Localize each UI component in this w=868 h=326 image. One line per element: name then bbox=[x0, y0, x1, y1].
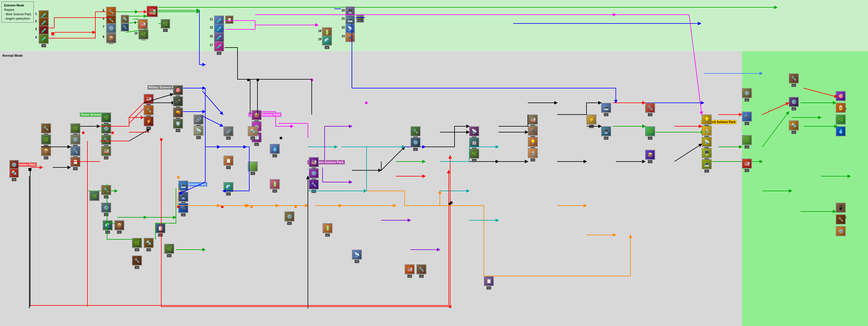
item-21-icon: 💻 bbox=[345, 15, 355, 24]
item-17-icon: 🧪 bbox=[214, 42, 224, 51]
lower-right-c: 📡 co bbox=[352, 250, 362, 263]
lower-right-c-icon: 📡 bbox=[352, 250, 362, 260]
red-sp-item2: 🔩 co bbox=[9, 168, 19, 181]
flow-item-g1-count: co bbox=[272, 154, 277, 157]
extreme-mode-require: Require bbox=[4, 8, 31, 12]
rightmost-item2: ⚙️ co bbox=[789, 97, 799, 110]
flow-item-c3: ⚡ co bbox=[144, 116, 154, 130]
htsp-item3-icon: 📡 bbox=[702, 137, 712, 147]
lower-right-a-count: co bbox=[287, 222, 292, 225]
right-item-b3-icon: 🌿 bbox=[469, 148, 479, 159]
right-item-a2-icon: ⚙️ bbox=[410, 137, 421, 147]
right-item-a2-count: co bbox=[413, 148, 418, 151]
conn-sq-black-mid bbox=[449, 202, 451, 205]
lower-right-d2: 🔧 co bbox=[416, 264, 426, 278]
right-item-e1-count: co bbox=[648, 113, 652, 116]
main-item-b2-icon: ⚙️ bbox=[70, 135, 80, 144]
lsp-item1-icon: 📦 bbox=[252, 110, 261, 120]
item-29d-stack: 💧 bbox=[836, 126, 846, 136]
right-item-c4-count: co bbox=[530, 158, 535, 162]
lower-right-d2-count: co bbox=[419, 275, 424, 278]
lower-right-e-count: co bbox=[487, 287, 491, 290]
flow-item-g2-count: co bbox=[272, 189, 277, 193]
conn-sq-orange bbox=[177, 176, 180, 179]
flow-item-e3: 🌊 co bbox=[223, 182, 234, 196]
tsp-item3: 🔌 co bbox=[178, 203, 188, 216]
item-30a-icon: 📱 bbox=[836, 202, 846, 213]
scatter-a3: ⚙️ co bbox=[101, 202, 111, 216]
item-12-icon: 🧪 bbox=[214, 24, 224, 34]
num-18: 18 bbox=[318, 29, 321, 33]
bottom-item-b-count: co bbox=[167, 254, 172, 257]
pre-right-item4: 🏭 co bbox=[742, 159, 752, 172]
conn-sq-2 bbox=[256, 79, 259, 81]
flow-item-c2-icon: 🔧 bbox=[144, 105, 154, 115]
item-7-stack: ⚙️ bbox=[106, 23, 116, 34]
flow-item-c3-icon: ⚡ bbox=[144, 116, 154, 126]
lower-right-b: 🔋 co bbox=[322, 223, 333, 237]
item-21-stack: 💻 bbox=[345, 15, 355, 24]
rightmost-item3: 🔩 co bbox=[789, 120, 799, 134]
item-23-icon: 🔌 bbox=[345, 33, 355, 42]
item-large-red: 🏭 bbox=[147, 6, 158, 17]
psp-item3-count: co bbox=[311, 190, 316, 193]
flow-item-f2: 🌿 co bbox=[248, 162, 258, 175]
right-item-d3-icon: 🖥️ bbox=[601, 126, 611, 136]
right-item-e1-icon: 🔧 bbox=[645, 103, 655, 113]
item-21b-icon: 📟 bbox=[356, 15, 364, 23]
num-5: 5 bbox=[103, 9, 104, 12]
lower-right-d1-count: co bbox=[407, 275, 412, 278]
psp-item3-icon: 🔧 bbox=[309, 180, 319, 189]
flow-item-e2-icon: 📋 bbox=[223, 156, 234, 166]
gsp-item4-count: co bbox=[104, 156, 108, 160]
item-19-icon: 🌊 bbox=[322, 35, 332, 46]
right-item-b3-count: co bbox=[472, 159, 476, 162]
tsp-item3-count: co bbox=[181, 213, 186, 216]
scatter-c1: 🔧 co bbox=[132, 255, 142, 269]
red-sp-item2-icon: 🔩 bbox=[9, 168, 19, 178]
bottom-item-b: 🌿 co bbox=[164, 244, 174, 257]
right-item-c3-icon: 💡 bbox=[528, 137, 538, 147]
scatter-a1-icon: 🌿 bbox=[89, 191, 99, 201]
flow-item-e1-count: co bbox=[226, 137, 231, 140]
main-item-b4-icon: 📋 bbox=[70, 157, 80, 167]
conn-sq-red-tech bbox=[177, 206, 180, 208]
flow-item-f2-icon: 🌿 bbox=[248, 162, 258, 171]
item-8-count bbox=[109, 44, 114, 44]
lower-right-c-count: co bbox=[354, 260, 359, 263]
num-10: 10 bbox=[134, 32, 137, 35]
bottom-item-a: 📋 co bbox=[155, 223, 165, 237]
item-7b-icon: 🔧 bbox=[121, 23, 129, 31]
main-item-b3-icon: 🔧 bbox=[70, 146, 80, 156]
item-20-icon: 🖥️ bbox=[345, 6, 355, 16]
num-11: 11 bbox=[210, 18, 213, 21]
num-6: 6 bbox=[103, 17, 104, 20]
flow-item-f2-count: co bbox=[250, 172, 255, 175]
right-item-b2-icon: 🤖 bbox=[469, 137, 479, 147]
flow-item-c1-icon: 🏭 bbox=[144, 94, 154, 104]
right-item-e3-icon: 📦 bbox=[645, 150, 655, 160]
pre-right-item3: 🌿 co bbox=[742, 135, 752, 148]
item-29d-icon: 💧 bbox=[836, 126, 846, 136]
item-9-stack: 🏭 bbox=[138, 19, 148, 30]
flow-item-e1-icon: 🔗 bbox=[223, 126, 234, 136]
item-21b-stack: 📟 bbox=[356, 15, 364, 23]
mid-item-d1-icon: 🔗 bbox=[193, 114, 204, 125]
item-30c-icon: ⚙️ bbox=[836, 226, 846, 236]
num-21: 21 bbox=[342, 17, 345, 20]
flow-item-f1-icon: 🔩 bbox=[248, 126, 258, 136]
item-29a-icon: 🎯 bbox=[836, 91, 846, 101]
item-10-icon: 🌿 bbox=[138, 29, 148, 39]
item-19-count: co bbox=[324, 46, 329, 49]
flow-item-e2-count: co bbox=[226, 166, 231, 169]
right-item-e3: 📦 co bbox=[645, 150, 655, 163]
scatter-b2-icon: 🔩 bbox=[144, 238, 154, 248]
main-item-b4-count: co bbox=[73, 167, 78, 170]
right-green-area bbox=[742, 51, 868, 326]
right-item-e1: 🔧 co bbox=[645, 103, 655, 116]
top-green-area bbox=[0, 0, 868, 51]
tsp-item2-icon: 🖥️ bbox=[178, 192, 188, 202]
red-connector-1 bbox=[51, 32, 54, 35]
item-8-icon: 📦 bbox=[106, 33, 116, 43]
main-item-b4: 📋 co bbox=[70, 157, 80, 170]
